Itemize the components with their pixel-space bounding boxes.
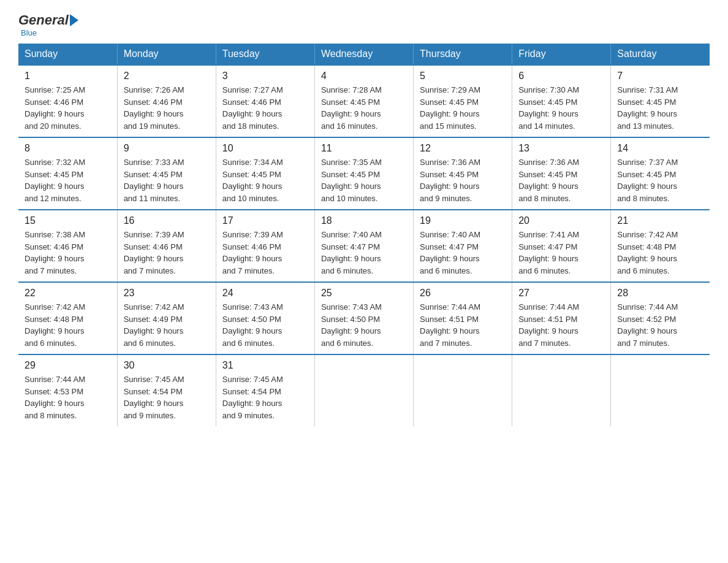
weekday-header-tuesday: Tuesday [216, 44, 314, 65]
day-info: Sunrise: 7:30 AMSunset: 4:45 PMDaylight:… [518, 85, 579, 131]
calendar-cell: 17 Sunrise: 7:39 AMSunset: 4:46 PMDaylig… [216, 210, 314, 282]
calendar-cell [611, 354, 710, 426]
day-number: 11 [321, 143, 407, 154]
week-row-3: 15 Sunrise: 7:38 AMSunset: 4:46 PMDaylig… [18, 210, 710, 282]
day-info: Sunrise: 7:40 AMSunset: 4:47 PMDaylight:… [321, 230, 382, 275]
calendar-cell: 7 Sunrise: 7:31 AMSunset: 4:45 PMDayligh… [611, 65, 710, 137]
day-number: 10 [222, 143, 308, 154]
day-number: 9 [124, 143, 210, 154]
calendar-cell: 16 Sunrise: 7:39 AMSunset: 4:46 PMDaylig… [117, 210, 216, 282]
calendar-cell: 2 Sunrise: 7:26 AMSunset: 4:46 PMDayligh… [117, 65, 216, 137]
day-number: 30 [124, 360, 210, 371]
calendar-cell: 29 Sunrise: 7:44 AMSunset: 4:53 PMDaylig… [18, 354, 117, 426]
day-info: Sunrise: 7:32 AMSunset: 4:45 PMDaylight:… [25, 158, 85, 203]
weekday-header-wednesday: Wednesday [314, 44, 413, 65]
day-number: 8 [25, 143, 111, 154]
calendar-cell: 22 Sunrise: 7:42 AMSunset: 4:48 PMDaylig… [18, 282, 117, 354]
calendar-cell: 11 Sunrise: 7:35 AMSunset: 4:45 PMDaylig… [314, 137, 413, 210]
calendar-cell: 23 Sunrise: 7:42 AMSunset: 4:49 PMDaylig… [117, 282, 216, 354]
day-info: Sunrise: 7:34 AMSunset: 4:45 PMDaylight:… [222, 158, 283, 203]
day-number: 2 [124, 71, 210, 82]
day-info: Sunrise: 7:42 AMSunset: 4:49 PMDaylight:… [124, 302, 184, 348]
day-number: 14 [617, 143, 703, 154]
calendar-cell: 10 Sunrise: 7:34 AMSunset: 4:45 PMDaylig… [216, 137, 314, 210]
day-info: Sunrise: 7:45 AMSunset: 4:54 PMDaylight:… [124, 375, 184, 420]
calendar-cell: 21 Sunrise: 7:42 AMSunset: 4:48 PMDaylig… [611, 210, 710, 282]
day-info: Sunrise: 7:39 AMSunset: 4:46 PMDaylight:… [124, 230, 184, 275]
calendar-cell: 19 Sunrise: 7:40 AMSunset: 4:47 PMDaylig… [414, 210, 512, 282]
day-number: 25 [321, 288, 407, 299]
week-row-5: 29 Sunrise: 7:44 AMSunset: 4:53 PMDaylig… [18, 354, 710, 426]
day-number: 6 [518, 71, 604, 82]
day-info: Sunrise: 7:39 AMSunset: 4:46 PMDaylight:… [222, 230, 283, 275]
calendar-cell: 30 Sunrise: 7:45 AMSunset: 4:54 PMDaylig… [117, 354, 216, 426]
day-number: 3 [222, 71, 308, 82]
day-number: 1 [25, 71, 111, 82]
day-number: 13 [518, 143, 604, 154]
day-number: 27 [518, 288, 604, 299]
calendar-cell: 25 Sunrise: 7:43 AMSunset: 4:50 PMDaylig… [314, 282, 413, 354]
weekday-header-thursday: Thursday [414, 44, 512, 65]
weekday-header-sunday: Sunday [18, 44, 117, 65]
day-info: Sunrise: 7:45 AMSunset: 4:54 PMDaylight:… [222, 375, 283, 420]
day-number: 24 [222, 288, 308, 299]
calendar-cell: 12 Sunrise: 7:36 AMSunset: 4:45 PMDaylig… [414, 137, 512, 210]
day-info: Sunrise: 7:37 AMSunset: 4:45 PMDaylight:… [617, 158, 678, 203]
calendar-cell: 3 Sunrise: 7:27 AMSunset: 4:46 PMDayligh… [216, 65, 314, 137]
day-info: Sunrise: 7:43 AMSunset: 4:50 PMDaylight:… [222, 302, 283, 348]
day-number: 20 [518, 215, 604, 226]
weekday-header-row: SundayMondayTuesdayWednesdayThursdayFrid… [18, 44, 710, 65]
logo: General Blue [18, 12, 78, 37]
calendar-cell: 8 Sunrise: 7:32 AMSunset: 4:45 PMDayligh… [18, 137, 117, 210]
day-number: 18 [321, 215, 407, 226]
calendar-cell: 5 Sunrise: 7:29 AMSunset: 4:45 PMDayligh… [414, 65, 512, 137]
day-info: Sunrise: 7:44 AMSunset: 4:51 PMDaylight:… [420, 302, 480, 348]
calendar-cell: 14 Sunrise: 7:37 AMSunset: 4:45 PMDaylig… [611, 137, 710, 210]
calendar-cell: 28 Sunrise: 7:44 AMSunset: 4:52 PMDaylig… [611, 282, 710, 354]
weekday-header-friday: Friday [512, 44, 611, 65]
weekday-header-saturday: Saturday [611, 44, 710, 65]
day-number: 12 [420, 143, 506, 154]
logo-triangle-icon [70, 14, 78, 26]
page-header: General Blue [18, 12, 710, 37]
calendar-cell [314, 354, 413, 426]
day-number: 22 [25, 288, 111, 299]
day-info: Sunrise: 7:27 AMSunset: 4:46 PMDaylight:… [222, 85, 283, 131]
week-row-2: 8 Sunrise: 7:32 AMSunset: 4:45 PMDayligh… [18, 137, 710, 210]
logo-blue-text: Blue [21, 28, 37, 37]
week-row-1: 1 Sunrise: 7:25 AMSunset: 4:46 PMDayligh… [18, 65, 710, 137]
day-info: Sunrise: 7:31 AMSunset: 4:45 PMDaylight:… [617, 85, 678, 131]
week-row-4: 22 Sunrise: 7:42 AMSunset: 4:48 PMDaylig… [18, 282, 710, 354]
day-number: 4 [321, 71, 407, 82]
day-info: Sunrise: 7:44 AMSunset: 4:51 PMDaylight:… [518, 302, 579, 348]
weekday-header-monday: Monday [117, 44, 216, 65]
day-info: Sunrise: 7:36 AMSunset: 4:45 PMDaylight:… [420, 158, 480, 203]
day-number: 16 [124, 215, 210, 226]
calendar-cell [414, 354, 512, 426]
calendar-cell [512, 354, 611, 426]
day-info: Sunrise: 7:41 AMSunset: 4:47 PMDaylight:… [518, 230, 579, 275]
day-number: 5 [420, 71, 506, 82]
day-number: 15 [25, 215, 111, 226]
logo-general-text: General [18, 12, 69, 28]
calendar-table: SundayMondayTuesdayWednesdayThursdayFrid… [18, 44, 710, 426]
calendar-cell: 1 Sunrise: 7:25 AMSunset: 4:46 PMDayligh… [18, 65, 117, 137]
calendar-cell: 27 Sunrise: 7:44 AMSunset: 4:51 PMDaylig… [512, 282, 611, 354]
day-info: Sunrise: 7:38 AMSunset: 4:46 PMDaylight:… [25, 230, 85, 275]
day-info: Sunrise: 7:44 AMSunset: 4:52 PMDaylight:… [617, 302, 678, 348]
calendar-cell: 18 Sunrise: 7:40 AMSunset: 4:47 PMDaylig… [314, 210, 413, 282]
day-number: 23 [124, 288, 210, 299]
day-info: Sunrise: 7:35 AMSunset: 4:45 PMDaylight:… [321, 158, 382, 203]
calendar-cell: 20 Sunrise: 7:41 AMSunset: 4:47 PMDaylig… [512, 210, 611, 282]
day-number: 17 [222, 215, 308, 226]
calendar-cell: 31 Sunrise: 7:45 AMSunset: 4:54 PMDaylig… [216, 354, 314, 426]
day-info: Sunrise: 7:40 AMSunset: 4:47 PMDaylight:… [420, 230, 480, 275]
day-info: Sunrise: 7:29 AMSunset: 4:45 PMDaylight:… [420, 85, 480, 131]
day-number: 28 [617, 288, 703, 299]
calendar-cell: 15 Sunrise: 7:38 AMSunset: 4:46 PMDaylig… [18, 210, 117, 282]
day-info: Sunrise: 7:36 AMSunset: 4:45 PMDaylight:… [518, 158, 579, 203]
calendar-cell: 26 Sunrise: 7:44 AMSunset: 4:51 PMDaylig… [414, 282, 512, 354]
day-info: Sunrise: 7:28 AMSunset: 4:45 PMDaylight:… [321, 85, 382, 131]
day-info: Sunrise: 7:25 AMSunset: 4:46 PMDaylight:… [25, 85, 85, 131]
day-number: 7 [617, 71, 703, 82]
